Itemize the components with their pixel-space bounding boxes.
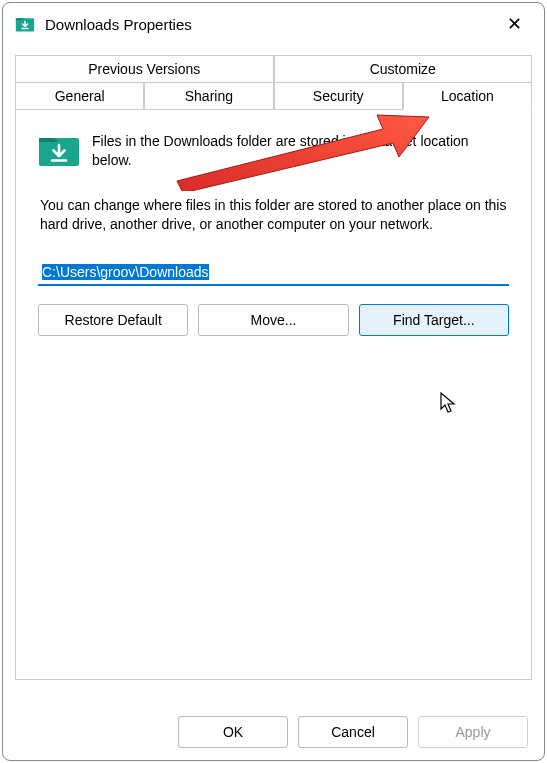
move-button[interactable]: Move...	[198, 304, 348, 336]
downloads-folder-icon	[38, 130, 80, 168]
cancel-button[interactable]: Cancel	[298, 716, 408, 748]
tabs-row-1: Previous Versions Customize	[15, 55, 532, 82]
window-title: Downloads Properties	[45, 16, 496, 33]
close-icon: ✕	[507, 15, 522, 33]
info-row: Files in the Downloads folder are stored…	[38, 130, 509, 170]
apply-button[interactable]: Apply	[418, 716, 528, 748]
titlebar: Downloads Properties ✕	[3, 3, 544, 45]
tab-security[interactable]: Security	[274, 82, 403, 110]
path-value-selected: C:\Users\groov\Downloads	[42, 264, 209, 280]
tab-customize[interactable]: Customize	[274, 55, 533, 82]
close-button[interactable]: ✕	[496, 10, 532, 38]
ok-button[interactable]: OK	[178, 716, 288, 748]
find-target-button[interactable]: Find Target...	[359, 304, 509, 336]
tab-general[interactable]: General	[15, 82, 144, 110]
properties-dialog: Downloads Properties ✕ Previous Versions…	[2, 2, 545, 761]
tab-previous-versions[interactable]: Previous Versions	[15, 55, 274, 82]
tab-sharing[interactable]: Sharing	[144, 82, 273, 110]
restore-default-button[interactable]: Restore Default	[38, 304, 188, 336]
button-row: Restore Default Move... Find Target...	[38, 304, 509, 336]
tabs-row-2: General Sharing Security Location	[15, 82, 532, 110]
tabs-container: Previous Versions Customize General Shar…	[15, 55, 532, 680]
content-area: Previous Versions Customize General Shar…	[3, 45, 544, 692]
description-text: You can change where files in this folde…	[40, 196, 509, 234]
dialog-footer: OK Cancel Apply	[3, 716, 544, 748]
downloads-folder-icon	[15, 14, 35, 34]
info-text: Files in the Downloads folder are stored…	[92, 130, 509, 170]
location-path-input[interactable]: C:\Users\groov\Downloads	[38, 260, 509, 286]
tab-location[interactable]: Location	[403, 82, 532, 110]
tab-panel-location: Files in the Downloads folder are stored…	[15, 110, 532, 680]
